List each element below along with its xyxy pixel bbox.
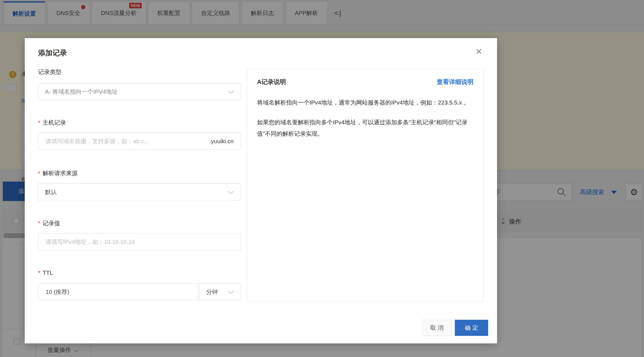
ttl-field (38, 283, 198, 300)
help-paragraph: 将域名解析指向一个IPv4地址，通常为网站服务器的IPv4地址，例如：223.5… (257, 97, 473, 108)
record-type-label: 记录类型 (38, 68, 61, 76)
domain-suffix: .yuuiki.cn (209, 138, 234, 145)
ttl-label: *TTL (38, 269, 53, 276)
close-icon[interactable]: ✕ (475, 48, 482, 56)
record-help-panel: A记录说明 查看详细说明 将域名解析指向一个IPv4地址，通常为网站服务器的IP… (247, 69, 484, 302)
ttl-unit-select[interactable]: 分钟 (199, 283, 241, 300)
dns-source-value: 默认 (45, 188, 57, 196)
ttl-input[interactable] (45, 288, 191, 296)
required-mark: * (38, 269, 40, 276)
chevron-down-icon (228, 288, 234, 294)
record-type-select[interactable]: A- 将域名指向一个IPV4地址 (38, 83, 241, 100)
ttl-unit-value: 分钟 (206, 288, 218, 296)
chevron-down-icon (228, 188, 234, 194)
record-value-input[interactable] (45, 238, 234, 246)
host-record-field: .yuuiki.cn (38, 133, 241, 150)
required-mark: * (38, 119, 40, 126)
chevron-down-icon (228, 88, 234, 94)
view-details-link[interactable]: 查看详细说明 (437, 78, 473, 86)
help-title: A记录说明 (257, 78, 286, 86)
host-record-label: *主机记录 (38, 119, 66, 127)
required-mark: * (38, 220, 40, 226)
help-paragraph: 如果您的域名要解析指向多个IPv4地址，可以通过添加多条"主机记录"相同但"记录… (257, 116, 473, 139)
modal-title: 添加记录 (38, 48, 67, 58)
confirm-button[interactable]: 确 定 (455, 320, 488, 336)
host-record-input[interactable] (45, 138, 209, 145)
cancel-button[interactable]: 取 消 (422, 320, 451, 336)
record-value-label: *记录值 (38, 219, 60, 227)
dns-source-select[interactable]: 默认 (38, 184, 241, 200)
dns-source-label: *解析请求来源 (38, 169, 78, 177)
add-record-modal: 添加记录 ✕ 记录类型 A- 将域名指向一个IPV4地址 *主机记录 .yuui… (25, 38, 497, 343)
record-value-field (38, 233, 241, 250)
record-type-value: A- 将域名指向一个IPV4地址 (45, 88, 118, 96)
required-mark: * (38, 170, 40, 176)
dns-console-page: 解析设置 DNS安全 DNS流量分析 NEW 权重配置 自定义线路 解析日志 A… (0, 0, 644, 357)
